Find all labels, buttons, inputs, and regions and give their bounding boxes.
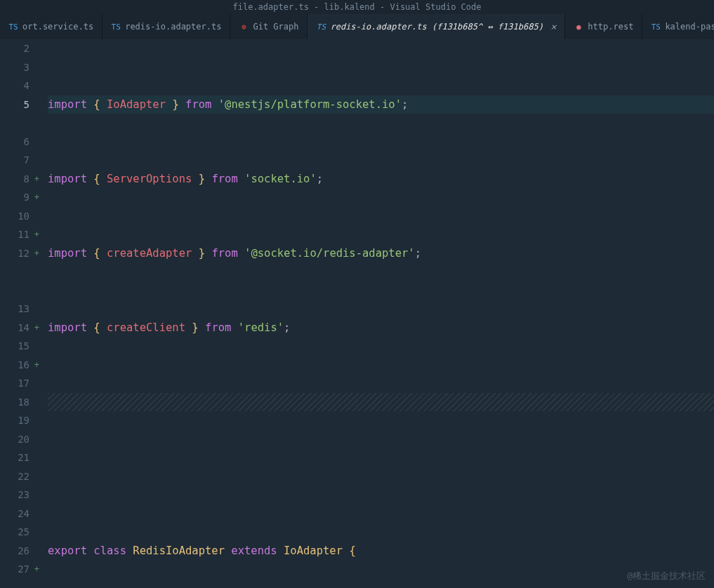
tab-label: ort.service.ts (22, 22, 93, 32)
http-icon: ● (574, 22, 583, 32)
code-line: import { createAdapter } from '@socket.i… (48, 244, 714, 263)
code-line (48, 393, 714, 412)
tab-http[interactable]: ● http.rest (565, 14, 642, 39)
code-area[interactable]: import { IoAdapter } from '@nestjs/platf… (42, 39, 714, 588)
editor: 2345678+9+1011+12+1314+1516+171819202122… (0, 39, 714, 588)
code-line: import { IoAdapter } from '@nestjs/platf… (48, 95, 714, 114)
title-bar: file.adapter.ts - lib.kalend - Visual St… (0, 0, 714, 14)
window-title: file.adapter.ts - lib.kalend - Visual St… (232, 2, 481, 12)
tab-label: http.rest (588, 22, 633, 32)
tab-adapter-1[interactable]: TS redis-io.adapter.ts (103, 14, 230, 39)
watermark: @稀土掘金技术社区 (627, 570, 706, 582)
tab-adapter-diff[interactable]: TS redis-io.adapter.ts (f131b685^ ↔ f131… (308, 14, 565, 39)
ts-icon: TS (111, 22, 121, 32)
tab-label: redis-io.adapter.ts (f131b685^ ↔ f131b68… (330, 22, 543, 32)
tabs-bar: TS ort.service.ts TS redis-io.adapter.ts… (0, 14, 714, 39)
code-line (48, 467, 714, 486)
ts-icon: TS (8, 22, 18, 32)
line-gutter: 2345678+9+1011+12+1314+1516+171819202122… (0, 39, 42, 588)
code-line: import { ServerOptions } from 'socket.io… (48, 170, 714, 189)
code-line: export class RedisIoAdapter extends IoAd… (48, 542, 714, 561)
ts-icon: TS (651, 22, 661, 32)
ts-icon: TS (316, 22, 326, 32)
tab-label: redis-io.adapter.ts (125, 22, 221, 32)
close-icon[interactable]: × (550, 21, 556, 32)
tab-label: Git Graph (253, 22, 298, 32)
tab-service[interactable]: TS ort.service.ts (0, 14, 103, 39)
git-icon: ⎊ (239, 22, 249, 32)
tab-controller[interactable]: TS kalend-passport.controller.ts (642, 14, 714, 39)
tab-git-graph[interactable]: ⎊ Git Graph (230, 14, 308, 39)
code-line: import { createClient } from 'redis'; (48, 319, 714, 338)
tab-label: kalend-passport.controller.ts (665, 22, 714, 32)
